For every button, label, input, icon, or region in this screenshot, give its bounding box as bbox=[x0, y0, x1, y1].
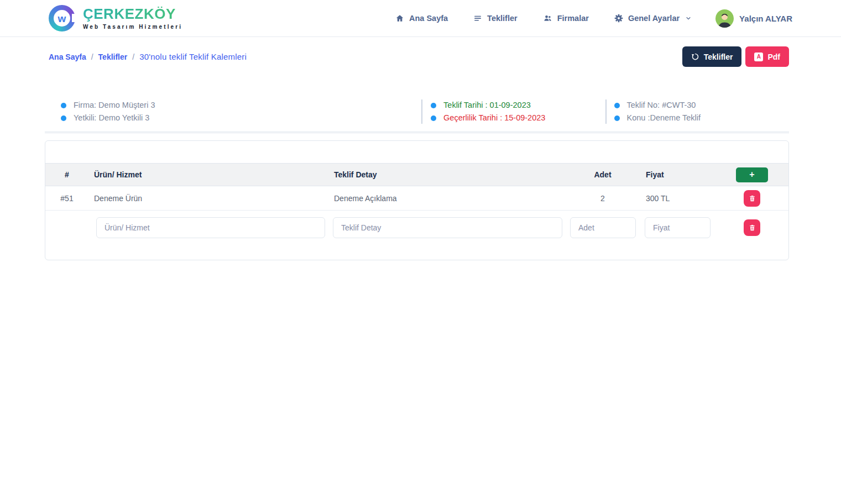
breadcrumb-separator: / bbox=[91, 53, 93, 61]
avatar bbox=[715, 9, 734, 28]
add-row-button[interactable]: + bbox=[736, 167, 768, 182]
product-input[interactable] bbox=[96, 217, 325, 238]
row-qty: 2 bbox=[565, 186, 640, 211]
info-text: Firma: Demo Müşteri 3 bbox=[74, 99, 155, 111]
col-header-actions: + bbox=[715, 164, 788, 186]
home-icon bbox=[395, 14, 404, 23]
list-icon bbox=[473, 14, 482, 23]
info-text: Yetkili: Demo Yetkili 3 bbox=[74, 112, 149, 124]
breadcrumb-bar: Ana Sayfa / Teklifler / 30'nolu teklif T… bbox=[0, 37, 841, 67]
logo-letter: w bbox=[58, 13, 66, 24]
nav-label: Ana Sayfa bbox=[409, 14, 448, 23]
new-item-row bbox=[45, 211, 788, 245]
bullet-icon bbox=[431, 103, 436, 108]
users-icon bbox=[543, 14, 552, 23]
nav-label: Teklifler bbox=[487, 14, 518, 23]
col-header-detail: Teklif Detay bbox=[328, 164, 565, 186]
col-header-id: # bbox=[45, 164, 88, 186]
nav-teklifler[interactable]: Teklifler bbox=[473, 14, 518, 23]
top-navbar: w ÇERKEZKÖY Web Tasarım Hizmetleri Ana S… bbox=[0, 0, 841, 37]
col-header-product: Ürün/ Hizmet bbox=[88, 164, 328, 186]
offer-info-section: Firma: Demo Müşteri 3 Yetkili: Demo Yetk… bbox=[45, 99, 789, 124]
nav-firmalar[interactable]: Firmalar bbox=[543, 14, 589, 23]
row-id: #51 bbox=[45, 186, 88, 211]
bullet-icon bbox=[431, 116, 436, 121]
chevron-down-icon bbox=[686, 15, 691, 21]
brand[interactable]: w ÇERKEZKÖY Web Tasarım Hizmetleri bbox=[49, 5, 182, 32]
qty-input[interactable] bbox=[570, 217, 636, 238]
bullet-icon bbox=[61, 116, 66, 121]
table-header: # Ürün/ Hizmet Teklif Detay Adet Fiyat + bbox=[45, 164, 788, 186]
bullet-icon bbox=[614, 116, 620, 121]
new-row-qty-cell bbox=[565, 211, 640, 245]
nav-genel-ayarlar[interactable]: Genel Ayarlar bbox=[614, 14, 691, 23]
new-row-detail-cell bbox=[328, 211, 565, 245]
pdf-file-icon: A bbox=[754, 53, 763, 61]
button-label: Teklifler bbox=[704, 53, 733, 61]
new-row-id-cell bbox=[45, 211, 88, 245]
bullet-icon bbox=[61, 103, 66, 108]
main-nav: Ana Sayfa Teklifler Firmalar bbox=[395, 14, 691, 23]
back-to-teklifler-button[interactable]: Teklifler bbox=[682, 46, 742, 67]
info-offer-column: Teklif No: #CWT-30 Konu :Deneme Teklif bbox=[605, 99, 789, 124]
trash-icon bbox=[749, 224, 756, 232]
breadcrumb-teklifler[interactable]: Teklifler bbox=[98, 53, 128, 61]
nav-label: Firmalar bbox=[557, 14, 589, 23]
col-header-qty: Adet bbox=[565, 164, 640, 186]
info-text: Konu :Deneme Teklif bbox=[627, 112, 701, 124]
new-row-price-cell bbox=[640, 211, 715, 245]
brand-text: ÇERKEZKÖY Web Tasarım Hizmetleri bbox=[83, 7, 182, 29]
breadcrumb-ana-sayfa[interactable]: Ana Sayfa bbox=[49, 53, 86, 61]
section-divider bbox=[45, 132, 789, 133]
info-yetkili: Yetkili: Demo Yetkili 3 bbox=[61, 112, 421, 124]
delete-new-row-button[interactable] bbox=[744, 219, 760, 236]
price-input[interactable] bbox=[645, 217, 711, 238]
info-gecerlilik-tarihi: Geçerlilik Tarihi : 15-09-2023 bbox=[431, 112, 605, 124]
info-teklif-no: Teklif No: #CWT-30 bbox=[614, 99, 789, 111]
brand-name: ÇERKEZKÖY bbox=[83, 7, 182, 22]
row-actions bbox=[715, 186, 788, 211]
info-text: Geçerlilik Tarihi : 15-09-2023 bbox=[443, 112, 545, 124]
user-name: Yalçın ALYAR bbox=[739, 14, 792, 23]
detail-input[interactable] bbox=[333, 217, 562, 238]
table-row: #51 Deneme Ürün Deneme Açıklama 2 300 TL bbox=[45, 186, 788, 211]
new-row-actions bbox=[715, 211, 788, 245]
info-company-column: Firma: Demo Müşteri 3 Yetkili: Demo Yetk… bbox=[45, 99, 421, 124]
button-label: Pdf bbox=[767, 53, 780, 61]
nav-ana-sayfa[interactable]: Ana Sayfa bbox=[395, 14, 448, 23]
info-text: Teklif No: #CWT-30 bbox=[627, 99, 696, 111]
info-firma: Firma: Demo Müşteri 3 bbox=[61, 99, 421, 111]
pdf-button[interactable]: A Pdf bbox=[745, 46, 789, 67]
page-actions: Teklifler A Pdf bbox=[682, 46, 789, 67]
items-card: # Ürün/ Hizmet Teklif Detay Adet Fiyat +… bbox=[45, 140, 789, 260]
gear-icon bbox=[614, 14, 623, 23]
user-menu[interactable]: Yalçın ALYAR bbox=[715, 9, 792, 28]
info-dates-column: Teklif Tarihi : 01-09-2023 Geçerlilik Ta… bbox=[421, 99, 605, 124]
breadcrumb: Ana Sayfa / Teklifler / 30'nolu teklif T… bbox=[49, 52, 247, 61]
breadcrumb-separator: / bbox=[132, 53, 134, 61]
brand-tagline: Web Tasarım Hizmetleri bbox=[83, 24, 182, 30]
delete-row-button[interactable] bbox=[744, 190, 760, 207]
row-price: 300 TL bbox=[640, 186, 715, 211]
info-konu: Konu :Deneme Teklif bbox=[614, 112, 789, 124]
row-product: Deneme Ürün bbox=[88, 186, 328, 211]
card-header-spacer bbox=[45, 141, 788, 163]
info-text: Teklif Tarihi : 01-09-2023 bbox=[443, 99, 531, 111]
new-row-product-cell bbox=[88, 211, 328, 245]
brand-logo-icon: w bbox=[49, 5, 75, 32]
info-teklif-tarihi: Teklif Tarihi : 01-09-2023 bbox=[431, 99, 605, 111]
bullet-icon bbox=[614, 103, 620, 108]
nav-label: Genel Ayarlar bbox=[628, 14, 680, 23]
row-detail: Deneme Açıklama bbox=[328, 186, 565, 211]
col-header-price: Fiyat bbox=[640, 164, 715, 186]
undo-icon bbox=[691, 53, 699, 61]
trash-icon bbox=[749, 195, 756, 202]
items-table: # Ürün/ Hizmet Teklif Detay Adet Fiyat +… bbox=[45, 163, 788, 245]
breadcrumb-current: 30'nolu teklif Teklif Kalemleri bbox=[139, 52, 247, 61]
